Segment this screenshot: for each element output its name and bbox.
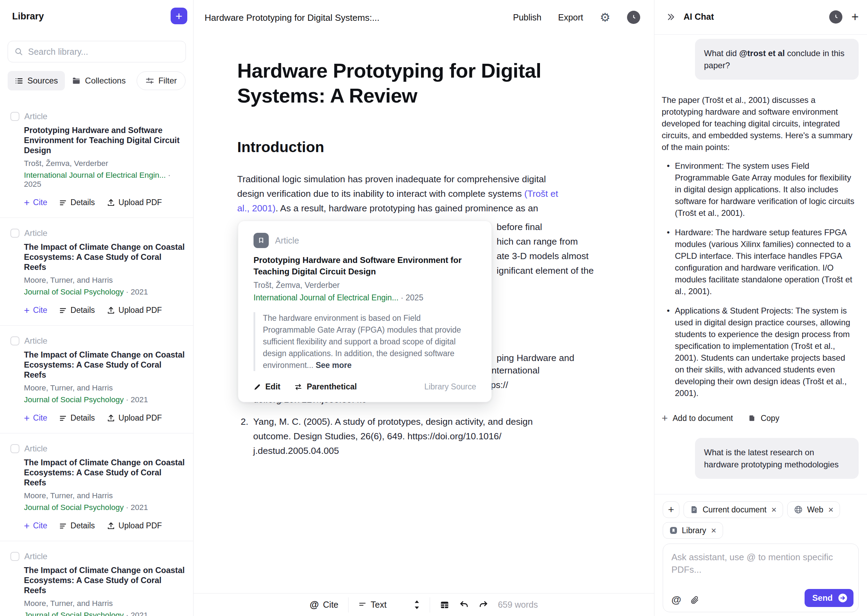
ai-response-actions: + Add to document Copy: [662, 413, 859, 423]
parenthetical-toggle-button[interactable]: Parenthetical: [294, 382, 356, 391]
source-title[interactable]: The Impact of Climate Change on Coastal …: [24, 350, 185, 380]
undo-icon[interactable]: [459, 600, 469, 610]
toolbar-divider: [348, 597, 348, 613]
source-card[interactable]: Article The Impact of Climate Change on …: [0, 433, 193, 541]
add-to-document-button[interactable]: + Add to document: [662, 413, 733, 423]
text-style-selector[interactable]: Text: [358, 600, 420, 610]
details-button[interactable]: Details: [59, 198, 95, 207]
paperclip-icon[interactable]: [690, 596, 699, 605]
details-label: Details: [70, 413, 95, 423]
source-card[interactable]: Article The Impact of Climate Change on …: [0, 218, 193, 325]
publish-button[interactable]: Publish: [513, 13, 541, 22]
search-input[interactable]: [28, 47, 179, 57]
library-sidebar: Library + Sources Collections: [0, 0, 194, 616]
document-paragraph: Traditional logic simulation has proven …: [237, 172, 612, 215]
chat-messages[interactable]: What did @trost et al conclude in this p…: [654, 35, 867, 494]
source-card[interactable]: Article Prototyping Hardware and Softwar…: [0, 101, 193, 218]
citation-title[interactable]: Prototyping Hardware and Software Enviro…: [254, 254, 476, 277]
settings-gear-icon[interactable]: ⚙: [600, 11, 610, 23]
edit-label: Edit: [265, 382, 280, 391]
tab-sources[interactable]: Sources: [8, 71, 65, 90]
export-button[interactable]: Export: [558, 13, 583, 22]
citation-journal[interactable]: International Journal of Electrical Engi…: [254, 293, 399, 302]
source-journal[interactable]: International Journal of Electrical Engi…: [24, 171, 166, 179]
library-search[interactable]: [8, 41, 186, 62]
sliders-icon: [145, 76, 154, 85]
ai-bullet-item: • Hardware: The hardware setup features …: [662, 226, 855, 297]
filter-label: Filter: [159, 76, 177, 86]
cite-button[interactable]: + Cite: [24, 198, 47, 207]
chat-input-box[interactable]: @ Send: [663, 544, 859, 612]
details-button[interactable]: Details: [59, 413, 95, 423]
chip-web[interactable]: Web ×: [787, 501, 840, 518]
toolbar-cite-button[interactable]: @ Cite: [310, 599, 339, 610]
source-checkbox[interactable]: [10, 229, 19, 238]
close-icon[interactable]: ×: [828, 504, 833, 515]
chat-title: AI Chat: [684, 12, 714, 22]
details-button[interactable]: Details: [59, 306, 95, 315]
upload-pdf-button[interactable]: Upload PDF: [107, 413, 162, 423]
text-lines-icon: [358, 601, 367, 609]
reference-line: outcome. Design Studies, 26(6), 649. htt…: [253, 429, 533, 443]
source-checkbox[interactable]: [10, 336, 19, 346]
citation-footer: Edit Parenthetical Library Source: [254, 382, 476, 391]
source-journal[interactable]: Journal of Social Psychology: [24, 611, 124, 616]
source-card[interactable]: Article The Impact of Climate Change on …: [0, 541, 193, 616]
source-title[interactable]: The Impact of Climate Change on Coastal …: [24, 458, 185, 488]
chip-current-document[interactable]: Current document ×: [684, 501, 783, 518]
cite-button[interactable]: + Cite: [24, 413, 47, 423]
chat-input[interactable]: [672, 551, 850, 586]
filter-button[interactable]: Filter: [137, 71, 186, 90]
reference-2: 2. Yang, M. C. (2005). A study of protot…: [241, 414, 533, 458]
cite-button[interactable]: + Cite: [24, 306, 47, 315]
chevron-up-down-icon[interactable]: [414, 600, 420, 610]
source-journal[interactable]: Journal of Social Psychology: [24, 503, 124, 512]
edit-citation-button[interactable]: Edit: [254, 382, 280, 391]
source-journal[interactable]: Journal of Social Psychology: [24, 288, 124, 296]
source-type-label: Article: [24, 228, 47, 238]
source-journal[interactable]: Journal of Social Psychology: [24, 395, 124, 404]
new-chat-button[interactable]: +: [851, 11, 859, 23]
copy-button[interactable]: Copy: [747, 414, 779, 423]
see-more-link[interactable]: See more: [315, 361, 352, 370]
table-icon[interactable]: [440, 600, 449, 610]
source-checkbox[interactable]: [10, 112, 19, 121]
source-card-body: The Impact of Climate Change on Coastal …: [24, 350, 185, 423]
plus-icon: +: [24, 415, 30, 422]
redo-icon[interactable]: [479, 600, 488, 610]
send-button[interactable]: Send: [805, 589, 853, 607]
source-checkbox[interactable]: [10, 552, 19, 561]
upload-pdf-button[interactable]: Upload PDF: [107, 521, 162, 530]
copy-label: Copy: [761, 414, 779, 423]
citation-popup: Article Prototyping Hardware and Softwar…: [238, 221, 492, 402]
source-title[interactable]: The Impact of Climate Change on Coastal …: [24, 566, 185, 596]
history-clock-icon[interactable]: [627, 11, 640, 24]
search-icon: [14, 47, 23, 56]
source-type-row: Article: [10, 228, 185, 238]
details-button[interactable]: Details: [59, 521, 95, 530]
close-icon[interactable]: ×: [771, 504, 777, 515]
add-source-button[interactable]: +: [170, 8, 187, 24]
source-checkbox[interactable]: [10, 444, 19, 453]
sidebar-header: Library +: [0, 0, 193, 35]
document-body[interactable]: Hardware Prototyping for Digital Systems…: [194, 35, 654, 593]
upload-pdf-button[interactable]: Upload PDF: [107, 306, 162, 315]
source-card[interactable]: Article The Impact of Climate Change on …: [0, 325, 193, 433]
inline-citation-link[interactable]: al., 2001): [237, 203, 276, 214]
tab-collections[interactable]: Collections: [65, 71, 132, 90]
cite-button[interactable]: + Cite: [24, 521, 47, 530]
source-actions: + Cite Details: [24, 521, 185, 530]
source-title[interactable]: The Impact of Climate Change on Coastal …: [24, 242, 185, 272]
text-style-label: Text: [371, 600, 387, 610]
chat-history-icon[interactable]: [829, 10, 842, 24]
source-journal-row: Journal of Social Psychology · 2021: [24, 503, 185, 512]
close-icon[interactable]: ×: [711, 525, 716, 536]
inline-citation-link[interactable]: (Trošt et: [524, 189, 558, 199]
chip-library[interactable]: Library ×: [663, 522, 723, 539]
add-context-chip[interactable]: +: [663, 501, 679, 518]
upload-pdf-button[interactable]: Upload PDF: [107, 198, 162, 207]
source-title[interactable]: Prototyping Hardware and Software Enviro…: [24, 126, 185, 156]
mention-at-icon[interactable]: @: [672, 594, 681, 606]
upload-icon: [107, 522, 115, 530]
collapse-chevrons-icon[interactable]: [667, 13, 676, 22]
